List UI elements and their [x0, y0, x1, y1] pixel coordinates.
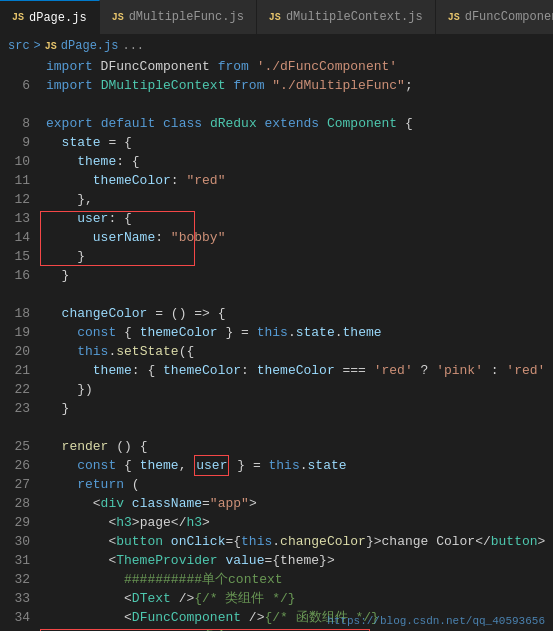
tab-js-icon3: JS — [269, 12, 281, 23]
code-line-17 — [46, 285, 553, 304]
token-space: DFuncComponent — [93, 57, 218, 76]
ln-6: 6 — [12, 76, 30, 95]
ln-13: 13 — [12, 209, 30, 228]
code-line-24 — [46, 418, 553, 437]
token-from2: from — [218, 57, 249, 76]
ln-31: 31 — [12, 551, 30, 570]
code-line-23: } — [46, 399, 553, 418]
code-line-20: this . setState ({ — [46, 342, 553, 361]
code-line-14: userName : "bobby" — [46, 228, 553, 247]
watermark: https://blog.csdn.net/qq_40593656 — [327, 615, 545, 627]
code-line-22: }) — [46, 380, 553, 399]
breadcrumb: src > JS dPage.js ... — [0, 35, 553, 57]
line-numbers: 6 8 9 10 11 12 13 14 15 16 18 19 20 21 2… — [0, 57, 38, 631]
code-line-21: theme : { themeColor : themeColor === 'r… — [46, 361, 553, 380]
code-line-10: theme : { — [46, 152, 553, 171]
code-line-30: < button onClick ={ this . changeColor }… — [46, 532, 553, 551]
ln-11: 11 — [12, 171, 30, 190]
ln-26: 26 — [12, 456, 30, 475]
tab-dMultipleFunc[interactable]: JS dMultipleFunc.js — [100, 0, 257, 34]
ln-17 — [12, 285, 30, 304]
ln-12: 12 — [12, 190, 30, 209]
ln-24 — [12, 418, 30, 437]
ln-9: 9 — [12, 133, 30, 152]
breadcrumb-sep1: > — [34, 39, 41, 53]
kw-from: from — [233, 76, 264, 95]
tab-dFuncComponent[interactable]: JS dFuncComponent.js — [436, 0, 553, 34]
tab-dMultipleContext[interactable]: JS dMultipleContext.js — [257, 0, 436, 34]
kw-import: import — [46, 76, 93, 95]
code-line-13: user : { — [46, 209, 553, 228]
code-line-19: const { themeColor } = this . state . th… — [46, 323, 553, 342]
code-area: 6 8 9 10 11 12 13 14 15 16 18 19 20 21 2… — [0, 57, 553, 631]
ln-8: 8 — [12, 114, 30, 133]
ln-29: 29 — [12, 513, 30, 532]
code-line-28: < div className = "app" > — [46, 494, 553, 513]
ln-22: 22 — [12, 380, 30, 399]
ln-16: 16 — [12, 266, 30, 285]
tab-js-icon2: JS — [112, 12, 124, 23]
tab-dPage-label: dPage.js — [29, 11, 87, 25]
breadcrumb-dots: ... — [122, 39, 144, 53]
tab-js-icon: JS — [12, 12, 24, 23]
ln-25: 25 — [12, 437, 30, 456]
ln-blank1 — [12, 57, 30, 76]
ln-27: 27 — [12, 475, 30, 494]
code-line-11: themeColor : "red" — [46, 171, 553, 190]
code-line-33: < DText /> {/* 类组件 */} — [46, 589, 553, 608]
ln-14: 14 — [12, 228, 30, 247]
code-line-6: import DMultipleContext from "./dMultipl… — [46, 76, 553, 95]
code-line-26: const { theme , user } = this . state — [46, 456, 553, 475]
ln-23: 23 — [12, 399, 30, 418]
code-line-7 — [46, 95, 553, 114]
tab-dMultipleContext-label: dMultipleContext.js — [286, 10, 423, 24]
code-line-15: } — [46, 247, 553, 266]
ln-10: 10 — [12, 152, 30, 171]
breadcrumb-src: src — [8, 39, 30, 53]
code-line-29: < h3 >page</ h3 > — [46, 513, 553, 532]
code-line-8: export default class dRedux extends Comp… — [46, 114, 553, 133]
tab-js-icon4: JS — [448, 12, 460, 23]
code-line-32: ##########单个context — [46, 570, 553, 589]
code-line-9: state = { — [46, 133, 553, 152]
tab-dFuncComponent-label: dFuncComponent.js — [465, 10, 553, 24]
ln-28: 28 — [12, 494, 30, 513]
token-path: './dFuncComponent' — [249, 57, 397, 76]
ln-34: 34 — [12, 608, 30, 627]
ln-33: 33 — [12, 589, 30, 608]
code-line-16: } — [46, 266, 553, 285]
code-line-31: < ThemeProvider value ={theme}> — [46, 551, 553, 570]
ln-19: 19 — [12, 323, 30, 342]
code-line-35: ##########多个context — [46, 627, 553, 631]
ln-blank2 — [12, 95, 30, 114]
code-line-27: return ( — [46, 475, 553, 494]
user-highlight: user — [194, 455, 229, 476]
code-line-18: changeColor = () => { — [46, 304, 553, 323]
ln-15: 15 — [12, 247, 30, 266]
cls-dmultiplecontext: DMultipleContext — [101, 76, 226, 95]
tab-dMultipleFunc-label: dMultipleFunc.js — [129, 10, 244, 24]
ln-20: 20 — [12, 342, 30, 361]
code-content: import DFuncComponent from './dFuncCompo… — [38, 57, 553, 631]
ln-18: 18 — [12, 304, 30, 323]
breadcrumb-file: dPage.js — [61, 39, 119, 53]
ln-21: 21 — [12, 361, 30, 380]
breadcrumb-js: JS — [45, 41, 57, 52]
code-line-25: render () { — [46, 437, 553, 456]
ln-35: 35 — [12, 627, 30, 631]
str-path: "./dMultipleFunc" — [272, 76, 405, 95]
token-import: import — [46, 57, 93, 76]
code-line-import-comment: import DFuncComponent from './dFuncCompo… — [46, 57, 553, 76]
ln-30: 30 — [12, 532, 30, 551]
tab-dPage[interactable]: JS dPage.js — [0, 0, 100, 34]
tab-bar: JS dPage.js JS dMultipleFunc.js JS dMult… — [0, 0, 553, 35]
code-line-12: }, — [46, 190, 553, 209]
ln-32: 32 — [12, 570, 30, 589]
